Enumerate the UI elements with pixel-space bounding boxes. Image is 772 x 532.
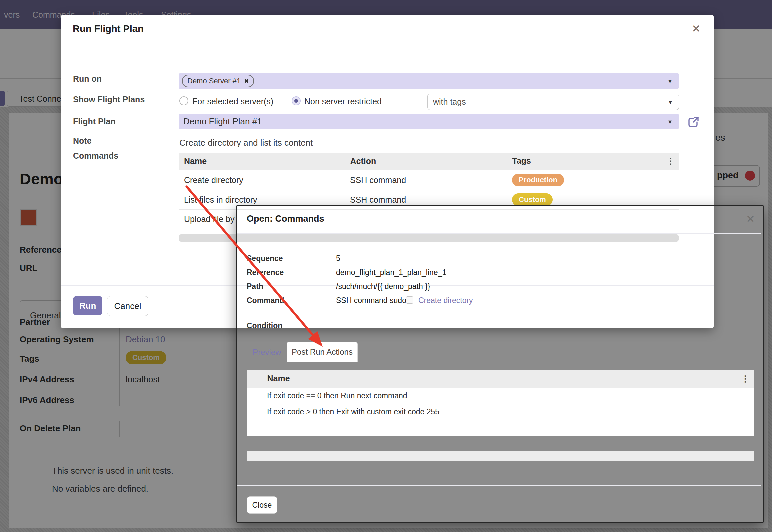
run-modal-close-icon[interactable]: ✕ bbox=[692, 23, 701, 34]
flight-plan-value: Demo Flight Plan #1 bbox=[183, 116, 262, 127]
selection-column-header[interactable] bbox=[247, 370, 265, 388]
commands-modal-close-icon[interactable]: ✕ bbox=[746, 214, 755, 224]
server-tag-remove-icon[interactable]: ✖ bbox=[244, 78, 249, 85]
commands-modal-title: Open: Commands bbox=[247, 214, 324, 224]
command-value: SSH command sudo bbox=[336, 296, 406, 305]
column-header-name[interactable]: Name ⋮ bbox=[265, 370, 754, 388]
table-options-icon[interactable]: ⋮ bbox=[741, 374, 750, 384]
table-footer-strip bbox=[247, 451, 754, 461]
tab-preview[interactable]: Preview bbox=[253, 348, 281, 357]
condition-separator bbox=[326, 318, 326, 337]
with-tags-select[interactable]: with tags ▾ bbox=[427, 94, 679, 110]
note-label: Note bbox=[73, 136, 92, 146]
commands-label: Commands bbox=[73, 151, 118, 161]
radio-for-selected-servers-label[interactable]: For selected server(s) bbox=[192, 97, 273, 106]
screen: vers Commands Files Tools Settings Test … bbox=[0, 0, 772, 532]
radio-for-selected-servers[interactable] bbox=[179, 96, 188, 105]
sequence-label: Sequence bbox=[247, 254, 283, 263]
show-flight-plans-label: Show Flight Plans bbox=[73, 95, 145, 104]
tag-badge-production: Production bbox=[512, 174, 564, 186]
reference-label: Reference bbox=[247, 268, 284, 277]
run-on-multiselect[interactable]: Demo Server #1 ✖ ▾ bbox=[179, 73, 679, 89]
column-header-action[interactable]: Action bbox=[345, 153, 507, 170]
column-header-tags-text: Tags bbox=[512, 156, 531, 165]
sequence-value: 5 bbox=[336, 254, 340, 263]
server-tag-label: Demo Server #1 bbox=[187, 77, 241, 85]
table-options-icon[interactable]: ⋮ bbox=[666, 156, 675, 166]
flight-plan-select[interactable]: Demo Flight Plan #1 ▾ bbox=[179, 114, 679, 129]
table-row[interactable]: If exit code == 0 then Run next command bbox=[247, 388, 754, 404]
table-row[interactable]: Create directory SSH command Production bbox=[179, 170, 679, 190]
cell-name: Create directory bbox=[179, 170, 345, 190]
cell-action-name: If exit code > 0 then Exit with custom e… bbox=[265, 404, 754, 420]
open-commands-modal: Open: Commands ✕ Sequence Reference Path… bbox=[236, 205, 764, 523]
form-separator-line bbox=[170, 246, 170, 285]
external-link-icon[interactable] bbox=[687, 115, 700, 129]
tag-badge-custom: Custom bbox=[512, 193, 553, 206]
table-row-empty bbox=[247, 420, 754, 436]
run-button[interactable]: Run bbox=[73, 296, 102, 315]
close-button[interactable]: Close bbox=[247, 496, 277, 514]
command-checkbox[interactable] bbox=[406, 296, 413, 304]
radio-non-server-restricted-label[interactable]: Non server restricted bbox=[304, 97, 382, 106]
cell-tags: Production bbox=[507, 170, 679, 190]
flight-plan-label: Flight Plan bbox=[73, 117, 116, 126]
command-label: Command bbox=[247, 296, 284, 305]
run-modal-title: Run Flight Plan bbox=[73, 23, 144, 34]
table-row[interactable]: If exit code > 0 then Exit with custom e… bbox=[247, 404, 754, 420]
commands-modal-header-divider bbox=[237, 233, 761, 234]
cancel-button[interactable]: Cancel bbox=[107, 296, 148, 316]
radio-non-server-restricted[interactable] bbox=[292, 96, 301, 105]
column-header-tags[interactable]: Tags ⋮ bbox=[507, 153, 679, 170]
path-label: Path bbox=[247, 282, 263, 291]
chevron-down-icon: ▾ bbox=[668, 118, 672, 126]
cell-action: SSH command bbox=[345, 170, 507, 190]
column-header-name-text: Name bbox=[267, 374, 290, 383]
server-tag: Demo Server #1 ✖ bbox=[182, 75, 254, 87]
with-tags-value: with tags bbox=[433, 97, 466, 107]
chevron-down-icon: ▾ bbox=[669, 98, 672, 106]
flight-plan-description: Create directory and list its content bbox=[179, 138, 313, 148]
path-value: /such/much/{{ demo_path }} bbox=[336, 282, 430, 291]
run-on-label: Run on bbox=[73, 74, 102, 84]
label-value-separator bbox=[326, 251, 326, 310]
commands-modal-footer-divider bbox=[237, 485, 761, 486]
reference-value: demo_flight_plan_1_plan_line_1 bbox=[336, 268, 446, 277]
command-link[interactable]: Create directory bbox=[418, 296, 473, 305]
column-header-name[interactable]: Name bbox=[179, 153, 345, 170]
tab-post-run-actions[interactable]: Post Run Actions bbox=[287, 342, 358, 362]
post-run-actions-table: Name ⋮ If exit code == 0 then Run next c… bbox=[247, 370, 754, 436]
condition-label: Condition bbox=[247, 321, 282, 330]
cell-action-name: If exit code == 0 then Run next command bbox=[265, 388, 754, 404]
chevron-down-icon[interactable]: ▾ bbox=[668, 77, 672, 85]
run-modal-header-divider bbox=[61, 45, 714, 45]
